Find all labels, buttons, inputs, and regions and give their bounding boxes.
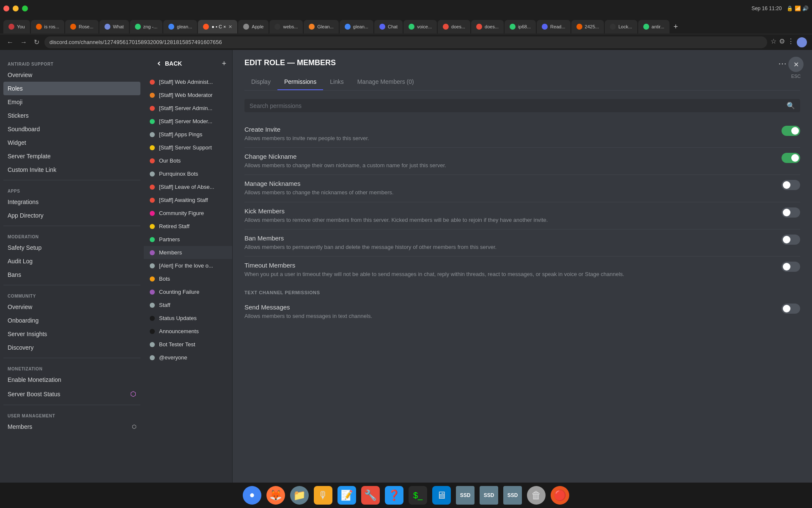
- nav-item-roles[interactable]: Roles: [3, 82, 140, 95]
- role-list-item[interactable]: Announcements: [144, 325, 232, 338]
- taskbar-app1[interactable]: 🔧: [361, 486, 380, 505]
- taskbar-gpodder[interactable]: 🎙: [314, 486, 332, 505]
- taskbar-help[interactable]: ❓: [385, 486, 403, 505]
- tab-zng[interactable]: zng -...: [130, 20, 163, 33]
- taskbar-files[interactable]: 📁: [290, 486, 309, 505]
- role-list-item[interactable]: [Staff] Server Moder...: [144, 115, 232, 128]
- add-role-icon[interactable]: +: [222, 59, 226, 68]
- settings-icon[interactable]: ⚙: [779, 37, 785, 47]
- role-list-item[interactable]: [Staff] Web Administ...: [144, 75, 232, 88]
- tab-does2[interactable]: does...: [471, 20, 504, 33]
- perm-toggle[interactable]: ✕: [782, 180, 800, 190]
- perm-toggle[interactable]: ✕: [782, 262, 800, 272]
- nav-item-app-directory[interactable]: App Directory: [3, 209, 140, 222]
- role-list-item[interactable]: Partners: [144, 233, 232, 246]
- forward-nav-button[interactable]: →: [19, 37, 29, 48]
- tab-chat[interactable]: Chat: [374, 20, 403, 33]
- search-input[interactable]: [250, 102, 783, 109]
- role-list-item[interactable]: Staff: [144, 298, 232, 312]
- nav-item-audit-log[interactable]: Audit Log: [3, 254, 140, 268]
- tab-display[interactable]: Display: [244, 74, 277, 90]
- nav-item-discovery[interactable]: Discovery: [3, 341, 140, 354]
- tab-isros[interactable]: is ros...: [31, 20, 64, 33]
- role-list-item[interactable]: Bot Tester Test: [144, 338, 232, 351]
- taskbar-ssd1[interactable]: SSD: [456, 486, 475, 505]
- nav-item-overview2[interactable]: Overview: [3, 300, 140, 314]
- nav-item-server-insights[interactable]: Server Insights: [3, 327, 140, 341]
- nav-item-custom-invite[interactable]: Custom Invite Link: [3, 163, 140, 177]
- back-button[interactable]: BACK: [150, 57, 188, 70]
- role-list-item[interactable]: [Staff] Leave of Abse...: [144, 180, 232, 193]
- nav-item-safety-setup[interactable]: Safety Setup: [3, 241, 140, 254]
- nav-item-emoji[interactable]: Emoji: [3, 95, 140, 109]
- perm-toggle[interactable]: ✓: [782, 126, 800, 136]
- nav-item-server-boost[interactable]: Server Boost Status ⬡: [3, 387, 140, 401]
- tab-links[interactable]: Links: [323, 74, 351, 90]
- role-list-item[interactable]: [Staff] Web Moderator: [144, 88, 232, 102]
- window-controls[interactable]: [3, 6, 28, 11]
- tab-manage-members[interactable]: Manage Members (0): [351, 74, 421, 90]
- address-input[interactable]: [44, 36, 767, 48]
- tab-webs[interactable]: webs...: [269, 20, 303, 33]
- perm-toggle[interactable]: ✕: [782, 304, 800, 314]
- tab-glean3[interactable]: glean...: [340, 20, 373, 33]
- esc-circle[interactable]: ✕: [788, 57, 804, 72]
- tab-ip68[interactable]: ip68...: [505, 20, 536, 33]
- tab-apple[interactable]: Apple: [238, 20, 269, 33]
- taskbar-trash[interactable]: 🗑: [527, 486, 546, 505]
- nav-item-onboarding[interactable]: Onboarding: [3, 314, 140, 327]
- nav-item-widget[interactable]: Widget: [3, 136, 140, 149]
- esc-container[interactable]: ✕ ESC: [788, 57, 804, 79]
- role-list-item[interactable]: [Staff] Server Support: [144, 141, 232, 154]
- more-options-button[interactable]: ⋯: [778, 58, 787, 69]
- role-list-item[interactable]: [Staff] Awaiting Staff: [144, 193, 232, 207]
- back-nav-button[interactable]: ←: [5, 37, 15, 48]
- taskbar-firefox[interactable]: 🦊: [266, 486, 285, 505]
- tab-2425[interactable]: 2425...: [571, 20, 604, 33]
- taskbar-vscode[interactable]: 🖥: [432, 486, 451, 505]
- tab-active[interactable]: ● • C × ✕: [198, 20, 237, 33]
- tab-you[interactable]: You: [3, 20, 30, 33]
- role-list-item[interactable]: @everyone: [144, 351, 232, 364]
- window-close-btn[interactable]: [3, 6, 9, 11]
- role-list-item[interactable]: Community Figure: [144, 207, 232, 220]
- taskbar-terminal[interactable]: $_: [409, 486, 427, 505]
- bookmark-icon[interactable]: ☆: [771, 37, 776, 47]
- role-list-item[interactable]: [Staff] Server Admin...: [144, 102, 232, 115]
- role-list-item[interactable]: Retired Staff: [144, 220, 232, 233]
- nav-item-bans[interactable]: Bans: [3, 268, 140, 282]
- nav-item-server-template[interactable]: Server Template: [3, 149, 140, 163]
- tab-antir[interactable]: antir...: [638, 20, 669, 33]
- tab-lock[interactable]: Lock...: [605, 20, 637, 33]
- reload-button[interactable]: ↻: [32, 36, 41, 48]
- role-list-item[interactable]: Purrquinox Bots: [144, 167, 232, 180]
- taskbar-ssd2[interactable]: SSD: [480, 486, 498, 505]
- role-list-item[interactable]: Our Bots: [144, 154, 232, 167]
- new-tab-button[interactable]: +: [670, 21, 682, 33]
- tab-glean2[interactable]: Glean...: [304, 20, 339, 33]
- taskbar-ubuntu[interactable]: 🔴: [551, 486, 569, 505]
- nav-item-soundboard[interactable]: Soundboard: [3, 122, 140, 136]
- role-list-item[interactable]: [Staff] Apps Pings: [144, 128, 232, 141]
- taskbar-chrome[interactable]: [243, 486, 261, 505]
- nav-item-enable-monetization[interactable]: Enable Monetization: [3, 373, 140, 387]
- tab-voice[interactable]: voice...: [403, 20, 437, 33]
- tab-close-active[interactable]: ✕: [228, 24, 232, 30]
- perm-toggle[interactable]: ✓: [782, 153, 800, 163]
- perm-toggle[interactable]: ✕: [782, 207, 800, 218]
- tab-rose[interactable]: Rose...: [65, 20, 99, 33]
- tab-glean1[interactable]: glean...: [163, 20, 197, 33]
- tab-does1[interactable]: does...: [438, 20, 470, 33]
- window-minimize-btn[interactable]: [13, 6, 19, 11]
- role-list-item[interactable]: Bots: [144, 272, 232, 285]
- tab-what[interactable]: What: [99, 20, 129, 33]
- tab-read[interactable]: Read...: [537, 20, 570, 33]
- tab-permissions[interactable]: Permissions: [277, 74, 323, 90]
- role-list-item[interactable]: Status Updates: [144, 312, 232, 325]
- nav-item-overview1[interactable]: Overview: [3, 68, 140, 82]
- nav-item-stickers[interactable]: Stickers: [3, 109, 140, 122]
- role-list-item[interactable]: [Alert] For the love o...: [144, 259, 232, 272]
- nav-item-members[interactable]: Members ⬡: [3, 420, 140, 433]
- menu-icon[interactable]: ⋮: [787, 37, 794, 47]
- nav-item-integrations[interactable]: Integrations: [3, 195, 140, 209]
